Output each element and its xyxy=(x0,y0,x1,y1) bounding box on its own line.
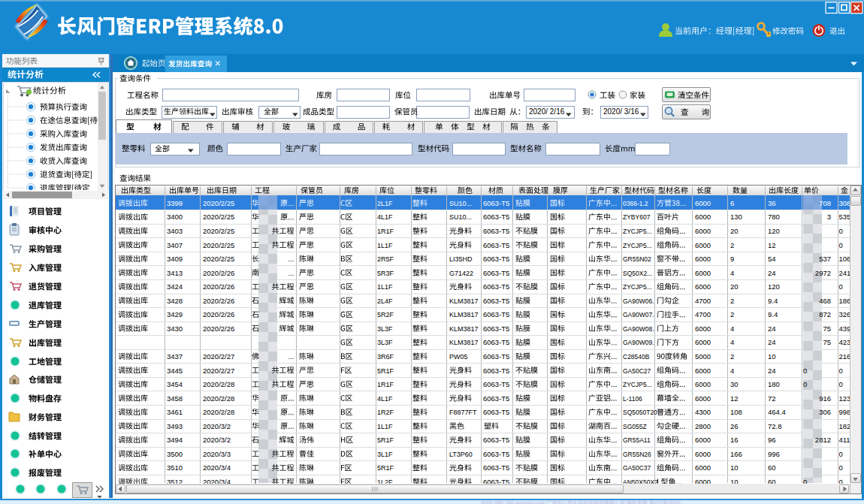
svg-text:306: 306 xyxy=(819,408,831,416)
svg-text:3L1F: 3L1F xyxy=(377,451,393,458)
svg-text:3R6F: 3R6F xyxy=(377,353,394,361)
svg-text:2020/2/26: 2020/2/26 xyxy=(203,282,234,291)
svg-text:6000: 6000 xyxy=(695,463,711,472)
svg-text:6063-T5: 6063-T5 xyxy=(483,463,509,472)
svg-text:96: 96 xyxy=(768,436,776,444)
svg-text:2L1F: 2L1F xyxy=(377,200,393,207)
svg-text:2R5F: 2R5F xyxy=(377,255,394,263)
svg-text:2020/ 3/16: 2020/ 3/16 xyxy=(603,107,639,116)
svg-text:3461: 3461 xyxy=(167,408,183,416)
svg-text:F8877FT: F8877FT xyxy=(449,409,477,416)
svg-text:2972: 2972 xyxy=(815,269,831,277)
svg-text:6000: 6000 xyxy=(695,227,711,235)
svg-text:GA90W08.: GA90W08. xyxy=(623,325,654,333)
svg-text:6000: 6000 xyxy=(695,380,711,388)
svg-text:3L3F: 3L3F xyxy=(377,339,393,346)
svg-text:2020/2/26: 2020/2/26 xyxy=(203,269,234,277)
svg-text:10: 10 xyxy=(768,352,776,361)
svg-text:123: 123 xyxy=(839,394,851,403)
svg-text:2L4F: 2L4F xyxy=(377,297,393,305)
svg-text:4: 4 xyxy=(730,324,734,333)
svg-text:ZYCJP5...: ZYCJP5... xyxy=(623,242,652,249)
svg-text:108: 108 xyxy=(730,408,742,416)
svg-text:326: 326 xyxy=(839,310,851,318)
svg-text:1L1F: 1L1F xyxy=(377,283,393,291)
svg-text:2020/3/2: 2020/3/2 xyxy=(203,436,231,444)
svg-text:GR55N26: GR55N26 xyxy=(623,451,651,458)
svg-text:3424: 3424 xyxy=(167,282,183,291)
svg-text:3430: 3430 xyxy=(167,324,183,333)
svg-text:468: 468 xyxy=(819,297,831,305)
svg-text:6000: 6000 xyxy=(695,338,711,346)
svg-text:GA50C27: GA50C27 xyxy=(623,367,651,375)
svg-text:3445: 3445 xyxy=(167,367,183,375)
svg-text:3413: 3413 xyxy=(167,269,183,277)
svg-text:120: 120 xyxy=(768,227,780,235)
svg-text:4: 4 xyxy=(730,269,734,277)
svg-text:4300: 4300 xyxy=(695,408,711,416)
svg-text:6000: 6000 xyxy=(695,324,711,333)
svg-text:L-1106: L-1106 xyxy=(623,395,642,403)
svg-text:0: 0 xyxy=(839,241,843,249)
svg-text:9.4: 9.4 xyxy=(768,297,778,305)
svg-text:0: 0 xyxy=(839,380,843,388)
svg-text:C28540B: C28540B xyxy=(623,353,650,361)
svg-text:1L1F: 1L1F xyxy=(377,242,393,249)
svg-text:ZYBY607: ZYBY607 xyxy=(623,213,651,221)
svg-text:2020/2/25: 2020/2/25 xyxy=(203,255,234,263)
svg-text:3510: 3510 xyxy=(167,463,183,472)
svg-text:2800: 2800 xyxy=(695,422,711,430)
svg-text:216: 216 xyxy=(839,352,851,361)
svg-text:6063-T5: 6063-T5 xyxy=(483,255,509,263)
svg-text:537: 537 xyxy=(819,255,831,263)
svg-text:3429: 3429 xyxy=(167,310,183,318)
svg-text:26: 26 xyxy=(730,422,739,430)
svg-text:GR55N02: GR55N02 xyxy=(623,255,651,263)
svg-text:780: 780 xyxy=(768,213,780,221)
svg-text:LT3P60: LT3P60 xyxy=(449,451,473,458)
svg-text:2020/2/25: 2020/2/25 xyxy=(203,199,234,207)
svg-text:6000: 6000 xyxy=(695,269,711,277)
svg-text:3493: 3493 xyxy=(167,422,183,430)
svg-text:180: 180 xyxy=(768,380,780,388)
svg-text:30: 30 xyxy=(730,380,739,388)
svg-text:6063-T5: 6063-T5 xyxy=(483,338,509,346)
svg-text:0: 0 xyxy=(839,367,843,375)
svg-text:2020/2/25: 2020/2/25 xyxy=(203,241,234,249)
svg-text:0: 0 xyxy=(803,478,807,486)
svg-text:6000: 6000 xyxy=(695,367,711,375)
svg-text:54: 54 xyxy=(768,255,776,263)
svg-text:24: 24 xyxy=(768,324,776,333)
svg-text:3400: 3400 xyxy=(167,213,183,221)
svg-text:9.4: 9.4 xyxy=(768,310,778,318)
svg-text:GR55A11: GR55A11 xyxy=(623,436,651,444)
svg-text:6063-T5: 6063-T5 xyxy=(483,367,509,375)
svg-text:1R2F: 1R2F xyxy=(377,409,394,416)
svg-text:2020/2/27: 2020/2/27 xyxy=(203,352,234,361)
svg-text:2020/2/28: 2020/2/28 xyxy=(203,408,234,416)
svg-text:6063-T5: 6063-T5 xyxy=(483,213,509,221)
svg-text:6: 6 xyxy=(730,199,734,207)
svg-text:182: 182 xyxy=(839,422,851,430)
svg-text:3407: 3407 xyxy=(167,241,183,249)
svg-text:2020/2/26: 2020/2/26 xyxy=(203,310,234,318)
svg-text:5000: 5000 xyxy=(695,352,711,361)
svg-text:...: ... xyxy=(289,269,295,277)
svg-text:2: 2 xyxy=(730,352,734,361)
svg-text:464.4: 464.4 xyxy=(768,408,786,416)
svg-text:0: 0 xyxy=(839,478,843,486)
svg-text:20: 20 xyxy=(730,227,739,235)
svg-text:6063-T5: 6063-T5 xyxy=(483,352,509,361)
svg-text:24: 24 xyxy=(768,367,776,375)
svg-text:6063-T5: 6063-T5 xyxy=(483,227,509,235)
svg-text:72: 72 xyxy=(768,394,776,403)
svg-text:LI35HD: LI35HD xyxy=(449,255,473,263)
svg-text:5R1F: 5R1F xyxy=(377,367,394,375)
svg-text:2020/2/25: 2020/2/25 xyxy=(203,227,234,235)
svg-text:5R2F: 5R2F xyxy=(377,311,394,318)
svg-text:3512: 3512 xyxy=(167,478,183,486)
svg-text:6000: 6000 xyxy=(695,199,711,207)
svg-text:1L1F: 1L1F xyxy=(377,423,393,430)
svg-text:439: 439 xyxy=(839,324,851,333)
svg-text:186: 186 xyxy=(839,297,851,305)
